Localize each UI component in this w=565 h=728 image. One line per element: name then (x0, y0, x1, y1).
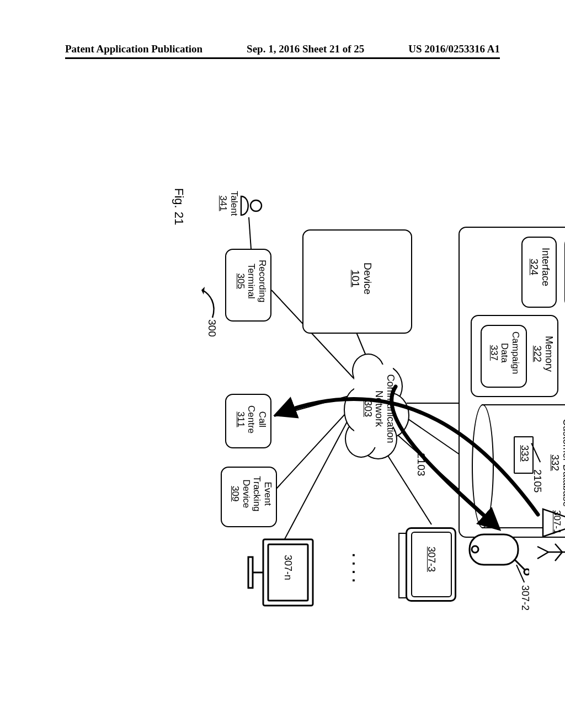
hdr-left: Patent Application Publication (65, 43, 202, 55)
arrow-2105-label: 2105 (531, 469, 543, 493)
thick-arrows (148, 177, 565, 728)
hdr-right: US 2016/0253316 A1 (408, 43, 500, 55)
figure-21: Communication Network 303 Device 301 Pro… (0, 177, 565, 612)
hdr-rule (65, 57, 500, 59)
arrow-2103-label: 2103 (415, 453, 427, 476)
page-root: Patent Application Publication Sep. 1, 2… (0, 0, 565, 728)
hdr-center: Sep. 1, 2016 Sheet 21 of 25 (247, 43, 364, 55)
system-ref-label: 300 (206, 319, 218, 337)
page-header: Patent Application Publication Sep. 1, 2… (65, 43, 500, 55)
figure-label: Fig. 21 (172, 188, 186, 225)
